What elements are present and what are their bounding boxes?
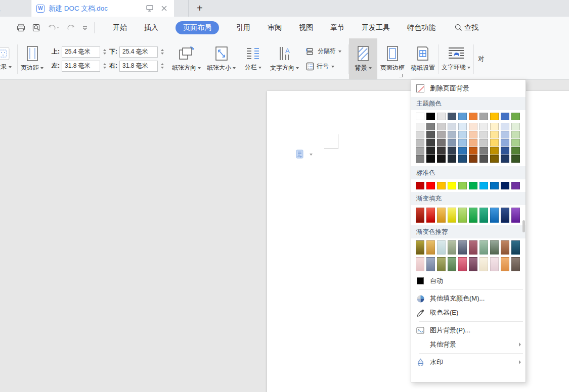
color-swatch[interactable]	[479, 123, 488, 130]
menu-item-automatic[interactable]: 自动	[411, 274, 526, 288]
color-swatch[interactable]	[469, 113, 477, 120]
color-swatch[interactable]	[469, 139, 477, 146]
margin-left-input[interactable]: 31.8 毫米	[62, 61, 100, 72]
effects-button[interactable]: 效果	[0, 38, 17, 79]
color-swatch[interactable]	[511, 208, 520, 223]
menu-item-other-background[interactable]: 其他背景	[411, 337, 526, 352]
color-swatch[interactable]	[469, 155, 477, 163]
color-swatch[interactable]	[458, 240, 467, 255]
color-swatch[interactable]	[416, 240, 424, 255]
color-swatch[interactable]	[469, 240, 477, 255]
print-icon[interactable]	[17, 24, 25, 32]
text-wrap-button[interactable]: 文字环绕	[439, 38, 473, 79]
color-swatch[interactable]	[479, 113, 488, 120]
color-swatch[interactable]	[501, 257, 509, 271]
color-swatch[interactable]	[501, 139, 509, 146]
color-swatch[interactable]	[511, 240, 520, 255]
new-tab-button[interactable]: +	[188, 0, 211, 17]
color-swatch[interactable]	[490, 155, 499, 163]
color-swatch[interactable]	[501, 123, 509, 130]
color-swatch[interactable]	[479, 240, 488, 255]
color-swatch[interactable]	[437, 147, 446, 155]
color-swatch[interactable]	[501, 208, 509, 223]
color-swatch[interactable]	[448, 113, 456, 120]
color-swatch[interactable]	[490, 139, 499, 146]
color-swatch[interactable]	[490, 240, 499, 255]
line-numbers-button[interactable]: 123 行号	[306, 60, 341, 73]
color-swatch[interactable]	[426, 208, 435, 223]
color-swatch[interactable]	[458, 131, 467, 138]
color-swatch[interactable]	[501, 131, 509, 138]
margin-bottom-stepper[interactable]	[161, 49, 164, 55]
color-swatch[interactable]	[490, 147, 499, 155]
color-swatch[interactable]	[426, 123, 435, 130]
color-swatch[interactable]	[437, 240, 446, 255]
color-swatch[interactable]	[416, 139, 424, 146]
color-swatch[interactable]	[426, 113, 435, 120]
color-swatch[interactable]	[416, 182, 424, 189]
color-swatch[interactable]	[416, 131, 424, 138]
menu-scrollbar-thumb[interactable]	[522, 220, 525, 232]
tab-review[interactable]: 审阅	[268, 23, 282, 32]
color-swatch[interactable]	[511, 147, 520, 155]
color-swatch[interactable]	[437, 123, 446, 130]
tab-section[interactable]: 章节	[330, 23, 344, 32]
color-swatch[interactable]	[479, 131, 488, 138]
margin-right-input[interactable]: 31.8 毫米	[119, 61, 158, 72]
color-swatch[interactable]	[458, 208, 467, 223]
columns-button[interactable]: 分栏	[239, 38, 267, 79]
margin-bottom-input[interactable]: 25.4 毫米	[119, 46, 158, 58]
color-swatch[interactable]	[448, 155, 456, 163]
color-swatch[interactable]	[511, 113, 520, 120]
tab-insert[interactable]: 插入	[144, 23, 158, 32]
dialog-launcher-icon[interactable]	[399, 74, 403, 77]
color-swatch[interactable]	[469, 257, 477, 271]
color-swatch[interactable]	[511, 139, 520, 146]
color-swatch[interactable]	[501, 155, 509, 163]
color-swatch[interactable]	[458, 155, 467, 163]
color-swatch[interactable]	[426, 139, 435, 146]
color-swatch[interactable]	[501, 113, 509, 120]
menu-item-eyedropper[interactable]: 取色器(E)	[411, 306, 526, 320]
clipped-toolbar-button[interactable]: 对	[474, 38, 484, 79]
color-swatch[interactable]	[426, 155, 435, 163]
present-monitor-icon[interactable]	[144, 5, 155, 12]
paper-size-button[interactable]: 纸张大小	[204, 38, 239, 79]
paper-orientation-button[interactable]: 纸张方向	[169, 38, 204, 79]
color-swatch[interactable]	[426, 182, 435, 189]
customize-quick-access-icon[interactable]	[82, 25, 88, 31]
color-swatch[interactable]	[448, 182, 456, 189]
color-swatch[interactable]	[416, 208, 424, 223]
color-swatch[interactable]	[490, 113, 499, 120]
color-swatch[interactable]	[490, 131, 499, 138]
tab-templates[interactable]: 模板	[0, 0, 31, 17]
text-direction-button[interactable]: A 文字方向	[267, 38, 302, 79]
grid-paper-settings-button[interactable]: 稿纸设置	[408, 38, 438, 79]
color-swatch[interactable]	[511, 182, 520, 189]
breaks-button[interactable]: 分隔符	[306, 45, 341, 58]
color-swatch[interactable]	[469, 182, 477, 189]
menu-item-delete-background[interactable]: 删除页面背景	[411, 81, 526, 95]
tab-view[interactable]: 视图	[299, 23, 313, 32]
color-swatch[interactable]	[448, 147, 456, 155]
color-swatch[interactable]	[458, 257, 467, 271]
color-swatch[interactable]	[501, 182, 509, 189]
tab-page-layout[interactable]: 页面布局	[176, 21, 219, 34]
color-swatch[interactable]	[448, 257, 456, 271]
background-button[interactable]: 背景	[349, 38, 377, 79]
color-swatch[interactable]	[437, 113, 446, 120]
menu-item-watermark[interactable]: 水印	[411, 355, 526, 369]
color-swatch[interactable]	[501, 147, 509, 155]
color-swatch[interactable]	[416, 155, 424, 163]
color-swatch[interactable]	[479, 182, 488, 189]
margin-top-stepper[interactable]	[103, 49, 106, 55]
color-swatch[interactable]	[511, 131, 520, 138]
color-swatch[interactable]	[416, 123, 424, 130]
color-swatch[interactable]	[511, 155, 520, 163]
find-button[interactable]: 查找	[455, 23, 478, 32]
color-swatch[interactable]	[437, 208, 446, 223]
margin-left-stepper[interactable]	[103, 63, 106, 69]
color-swatch[interactable]	[469, 208, 477, 223]
close-tab-icon[interactable]	[159, 6, 169, 11]
color-swatch[interactable]	[448, 139, 456, 146]
